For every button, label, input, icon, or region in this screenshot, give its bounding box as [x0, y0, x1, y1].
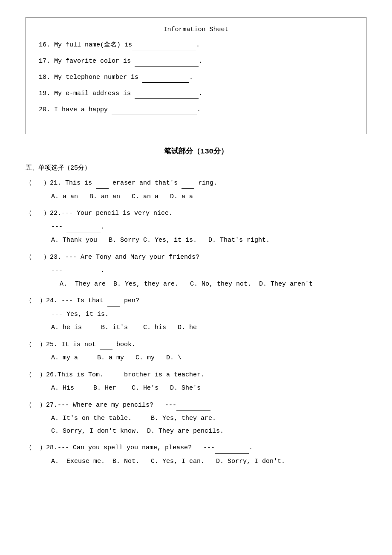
question-26: （ ）26.This is Tom. brother is a teacher.… — [26, 370, 366, 394]
question-25: （ ）25. It is not book. A. my a B. a my C… — [26, 339, 366, 364]
info-line-19: 19. My e-mail address is . — [39, 89, 353, 99]
blank-20 — [112, 108, 197, 116]
blank-19 — [135, 92, 199, 99]
q28-text: （ ）28.--- Can you spell you name, please… — [26, 442, 366, 454]
q28-options: A. Excuse me. B. Not. C. Yes, I can. D. … — [51, 456, 366, 467]
q21-options: A. a an B. an an C. an a D. a a — [51, 191, 366, 202]
blank-q28 — [215, 446, 249, 454]
written-section-title: 笔试部分（130分） — [26, 146, 366, 156]
question-22: （ ）22.--- Your pencil is very nice. --- … — [26, 208, 366, 246]
info-box: Information Sheet 16. My full name(全名) i… — [26, 17, 366, 134]
q24-options: A. he is B. it's C. his D. he — [51, 322, 366, 333]
subsection-title: 五、单项选择（25分） — [26, 164, 366, 172]
info-line-18: 18. My telephone number is . — [39, 72, 353, 83]
blank-q22 — [66, 225, 101, 233]
question-24: （ ）24. --- Is that pen? --- Yes, it is. … — [26, 295, 366, 333]
blank-q25 — [100, 343, 112, 350]
blank-q23 — [66, 269, 101, 276]
q26-text: （ ）26.This is Tom. brother is a teacher. — [26, 370, 366, 381]
q25-text: （ ）25. It is not book. — [26, 339, 366, 350]
info-line-17: 17. My favorite color is . — [39, 56, 353, 66]
info-line-16: 16. My full name(全名) is. — [39, 40, 353, 50]
blank-16 — [132, 43, 196, 51]
blank-q21b — [182, 182, 194, 189]
q23-options: A. They are B. Yes, they are. C. No, the… — [60, 279, 366, 290]
q27-options-b: C. Sorry, I don't know. D. They are penc… — [51, 426, 366, 437]
question-27: （ ）27.--- Where are my pencils? --- A. I… — [26, 400, 366, 437]
q22-options: A. Thank you B. Sorry C. Yes, it is. D. … — [51, 235, 366, 246]
question-21: （ ）21. This is eraser and that's ring. A… — [26, 178, 366, 202]
q24-answer: --- Yes, it is. — [51, 309, 366, 320]
blank-18 — [142, 76, 189, 83]
q23-answer: --- . — [51, 265, 366, 276]
q23-text: （ ）23. --- Are Tony and Mary your friend… — [26, 252, 366, 263]
q22-text: （ ）22.--- Your pencil is very nice. — [26, 208, 366, 219]
blank-17 — [135, 60, 199, 67]
q27-options-a: A. It's on the table. B. Yes, they are. — [51, 413, 366, 424]
q27-text: （ ）27.--- Where are my pencils? --- — [26, 400, 366, 411]
info-title: Information Sheet — [39, 26, 353, 33]
q24-text: （ ）24. --- Is that pen? — [26, 295, 366, 306]
question-23: （ ）23. --- Are Tony and Mary your friend… — [26, 252, 366, 290]
blank-q24 — [107, 299, 120, 306]
q22-answer: --- . — [51, 222, 366, 233]
q25-options: A. my a B. a my C. my D. \ — [51, 353, 366, 364]
info-line-20: 20. I have a happy . — [39, 105, 353, 115]
q21-text: （ ）21. This is eraser and that's ring. — [26, 178, 366, 189]
question-28: （ ）28.--- Can you spell you name, please… — [26, 442, 366, 467]
blank-q26 — [107, 373, 120, 381]
blank-q21a — [96, 182, 109, 189]
blank-q27 — [176, 404, 210, 411]
q26-options: A. His B. Her C. He's D. She's — [51, 383, 366, 394]
